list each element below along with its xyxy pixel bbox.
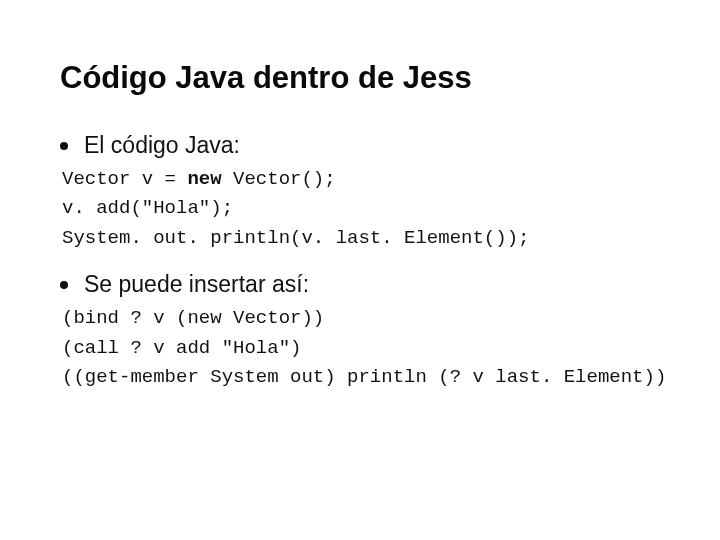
bullet-text: Se puede insertar así: (84, 271, 309, 298)
bullet-text: El código Java: (84, 132, 240, 159)
slide: Código Java dentro de Jess El código Jav… (0, 0, 720, 540)
code-keyword: new (187, 168, 221, 190)
code-line: v. add("Hola"); (62, 194, 675, 223)
code-line: (call ? v add "Hola") (62, 334, 675, 363)
code-line: ((get-member System out) println (? v la… (62, 363, 675, 392)
code-fragment: Vector v = (62, 168, 187, 190)
code-line: (bind ? v (new Vector)) (62, 304, 675, 333)
bullet-dot-icon (60, 281, 68, 289)
code-block-java: Vector v = new Vector(); v. add("Hola");… (62, 165, 675, 253)
code-block-jess: (bind ? v (new Vector)) (call ? v add "H… (62, 304, 675, 392)
bullet-item-2: Se puede insertar así: (60, 271, 675, 298)
code-line: Vector v = new Vector(); (62, 165, 675, 194)
bullet-dot-icon (60, 142, 68, 150)
slide-title: Código Java dentro de Jess (60, 60, 675, 96)
bullet-item-1: El código Java: (60, 132, 675, 159)
code-line: System. out. println(v. last. Element())… (62, 224, 675, 253)
code-fragment: Vector(); (222, 168, 336, 190)
